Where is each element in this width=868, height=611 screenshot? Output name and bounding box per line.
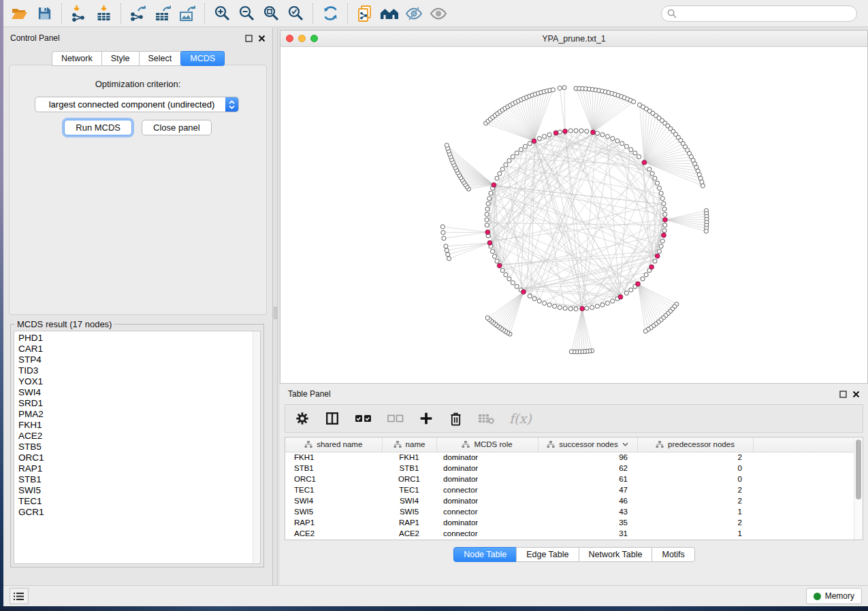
dominator-node[interactable]: [591, 130, 596, 135]
first-neighbors-button[interactable]: [377, 2, 402, 25]
network-view[interactable]: [280, 47, 867, 380]
hide-selected-button[interactable]: [402, 2, 426, 25]
close-panel-button[interactable]: Close panel: [142, 120, 212, 135]
tab-edge-table[interactable]: Edge Table: [516, 547, 579, 562]
dominator-node[interactable]: [532, 139, 536, 144]
mcds-result-item[interactable]: YOX1: [18, 376, 260, 387]
run-mcds-button[interactable]: Run MCDS: [64, 120, 132, 135]
vertical-splitter[interactable]: [273, 28, 278, 585]
mcds-result-scrollbar[interactable]: [253, 331, 260, 563]
table-row[interactable]: TEC1TEC1connector472: [285, 484, 863, 495]
table-row[interactable]: RAP1RAP1dominator352: [285, 517, 863, 528]
mcds-result-item[interactable]: ACE2: [18, 431, 260, 442]
dominator-node[interactable]: [655, 254, 660, 259]
optimization-select[interactable]: largest connected component (undirected): [35, 97, 239, 112]
tab-network[interactable]: Network: [52, 51, 102, 66]
import-network-button[interactable]: [67, 2, 91, 25]
table-row[interactable]: YOX1YOX1connector291: [285, 539, 863, 540]
import-table-button[interactable]: [91, 2, 116, 25]
table-row[interactable]: ACE2ACE2connector311: [285, 528, 863, 539]
table-options-gear-icon[interactable]: [295, 411, 310, 426]
close-panel-icon[interactable]: [852, 391, 860, 398]
mcds-result-item[interactable]: TEC1: [18, 496, 260, 507]
column-header-predecessor-nodes[interactable]: predecessor nodes: [637, 437, 753, 452]
zoom-fit-button[interactable]: [259, 2, 283, 25]
tab-network-table[interactable]: Network Table: [579, 547, 653, 562]
column-header-name[interactable]: name: [382, 437, 436, 452]
table-row[interactable]: SWI5SWI5connector431: [285, 506, 863, 517]
mcds-result-item[interactable]: TID3: [18, 365, 260, 376]
delete-column-trash-icon[interactable]: [449, 411, 463, 427]
table-row[interactable]: SWI4SWI4dominator462: [285, 495, 863, 506]
tab-node-table[interactable]: Node Table: [453, 547, 517, 562]
float-panel-icon[interactable]: [839, 391, 847, 398]
export-image-button[interactable]: [175, 2, 199, 25]
delete-table-icon[interactable]: [478, 412, 494, 425]
dominator-node[interactable]: [487, 241, 492, 246]
dominator-node[interactable]: [563, 129, 568, 134]
deselect-all-icon[interactable]: [387, 413, 404, 424]
mcds-result-item[interactable]: STB1: [18, 474, 260, 485]
table-scrollbar[interactable]: [854, 437, 863, 540]
dominator-node[interactable]: [662, 233, 666, 237]
dominator-node[interactable]: [553, 131, 558, 135]
mcds-result-item[interactable]: CAR1: [18, 344, 260, 354]
new-network-from-selection-button[interactable]: [353, 2, 377, 25]
tab-style[interactable]: Style: [101, 51, 140, 66]
add-column-icon[interactable]: [419, 411, 434, 426]
dominator-node[interactable]: [663, 218, 668, 222]
search-input[interactable]: [680, 9, 851, 18]
dominator-node[interactable]: [649, 265, 654, 269]
mcds-result-list[interactable]: PHD1CAR1STP4TID3YOX1SWI4SRD1PMA2FKH1ACE2…: [14, 331, 261, 564]
mcds-result-item[interactable]: SWI4: [18, 387, 260, 398]
function-builder-icon[interactable]: f(x): [509, 411, 532, 426]
tab-mcds[interactable]: MCDS: [180, 51, 225, 66]
open-file-button[interactable]: [7, 2, 32, 25]
dominator-node[interactable]: [492, 182, 496, 187]
mcds-result-item[interactable]: PMA2: [18, 409, 260, 420]
mcds-result-item[interactable]: SWI5: [18, 485, 260, 496]
zoom-selected-button[interactable]: [283, 2, 308, 25]
search-box[interactable]: [661, 5, 857, 22]
dominator-node[interactable]: [636, 282, 641, 286]
dominator-node[interactable]: [580, 306, 585, 311]
mcds-result-item[interactable]: RAP1: [18, 463, 260, 474]
mcds-result-item[interactable]: GCR1: [18, 507, 260, 518]
dominator-node[interactable]: [618, 295, 623, 299]
zoom-out-button[interactable]: [234, 2, 259, 25]
show-all-button[interactable]: [426, 2, 451, 25]
dominator-node[interactable]: [497, 263, 502, 268]
task-history-button[interactable]: [10, 588, 29, 604]
table-scrollbar-thumb[interactable]: [856, 440, 861, 499]
close-panel-icon[interactable]: [258, 35, 266, 42]
refresh-view-button[interactable]: [318, 2, 342, 25]
column-header-successor-nodes[interactable]: successor nodes: [538, 437, 637, 452]
table-row[interactable]: STB1STB1dominator620: [285, 463, 863, 474]
column-header-MCDS-role[interactable]: MCDS role: [436, 437, 538, 452]
table-row[interactable]: ORC1ORC1dominator610: [285, 474, 863, 484]
mcds-result-item[interactable]: SRD1: [18, 398, 260, 409]
table-row[interactable]: FKH1FKH1dominator962: [285, 452, 863, 463]
mcds-result-item[interactable]: FKH1: [18, 420, 260, 431]
tab-select[interactable]: Select: [139, 51, 182, 66]
memory-button[interactable]: Memory: [806, 588, 862, 604]
toolbar-separator: [61, 3, 62, 24]
dominator-node[interactable]: [485, 230, 490, 235]
show-columns-icon[interactable]: [325, 411, 340, 426]
float-panel-icon[interactable]: [245, 35, 253, 42]
network-graph[interactable]: [280, 47, 867, 380]
select-all-icon[interactable]: [355, 412, 372, 425]
export-table-button[interactable]: [150, 2, 175, 25]
save-session-button[interactable]: [32, 2, 57, 25]
mcds-result-item[interactable]: STB5: [18, 442, 260, 452]
dominator-node[interactable]: [521, 290, 526, 295]
mcds-result-item[interactable]: PHD1: [18, 333, 260, 344]
zoom-in-button[interactable]: [210, 2, 234, 25]
dominator-node[interactable]: [642, 160, 647, 165]
column-header-shared-name[interactable]: shared name: [285, 437, 382, 452]
tab-motifs[interactable]: Motifs: [652, 547, 694, 562]
mcds-result-item[interactable]: ORC1: [18, 452, 260, 463]
export-network-button[interactable]: [126, 2, 150, 25]
mcds-result-item[interactable]: STP4: [18, 354, 260, 365]
splitter-grip[interactable]: [274, 307, 277, 319]
